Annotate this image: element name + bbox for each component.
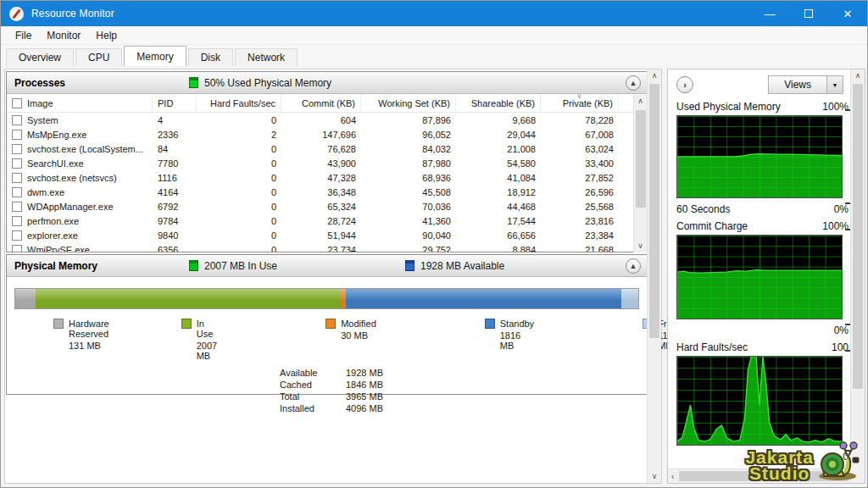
graph1-title: Used Physical Memory xyxy=(676,101,781,113)
legend-item-standby: Standby1816 MB xyxy=(485,319,534,361)
column-header-image[interactable]: Image xyxy=(7,94,153,112)
row-checkbox[interactable] xyxy=(12,245,22,252)
cell-shareable: 21,008 xyxy=(456,144,541,154)
scroll-down-icon[interactable]: ∨ xyxy=(648,470,661,483)
cell-image: dwm.exe xyxy=(7,187,153,197)
menu-item-help[interactable]: Help xyxy=(88,28,125,43)
bar-segment-hardware-reserved xyxy=(15,289,36,308)
sort-indicator-icon: ∨ xyxy=(577,92,582,100)
commit-charge-graph xyxy=(676,235,843,319)
views-label: Views xyxy=(769,76,826,93)
maximize-button[interactable] xyxy=(789,1,828,26)
cell-working_set: 41,360 xyxy=(361,216,456,226)
cell-image: WDAppManager.exe xyxy=(7,202,153,212)
close-button[interactable]: ✕ xyxy=(828,1,867,26)
row-checkbox[interactable] xyxy=(12,144,22,154)
used-memory-indicator-icon xyxy=(189,77,198,88)
cell-working_set: 68,936 xyxy=(361,173,456,183)
legend-text: Hardware Reserved131 MB xyxy=(69,319,109,361)
physical-memory-header[interactable]: Physical Memory 2007 MB In Use 1928 MB A… xyxy=(7,255,647,277)
scroll-up-icon[interactable]: ∧ xyxy=(648,69,661,82)
tab-disk[interactable]: Disk xyxy=(188,48,233,66)
row-checkbox[interactable] xyxy=(12,216,22,226)
minimize-button[interactable]: ― xyxy=(750,1,789,26)
tab-cpu[interactable]: CPU xyxy=(75,48,122,66)
row-checkbox[interactable] xyxy=(12,187,22,197)
processes-table-header: ImagePIDHard Faults/secCommit (KB)Workin… xyxy=(7,94,647,113)
chevron-down-icon[interactable]: ▼ xyxy=(826,76,843,93)
row-checkbox[interactable] xyxy=(12,158,22,169)
cell-hard_faults: 0 xyxy=(197,115,281,125)
row-checkbox[interactable] xyxy=(12,230,22,241)
cell-shareable: 66,656 xyxy=(456,230,541,241)
cell-hard_faults: 0 xyxy=(197,173,281,183)
graph2-title: Commit Charge xyxy=(676,220,748,232)
tab-network[interactable]: Network xyxy=(235,48,298,66)
scroll-up-icon[interactable]: ∧ xyxy=(634,95,647,108)
row-checkbox[interactable] xyxy=(12,115,22,125)
menu-item-file[interactable]: File xyxy=(8,28,39,43)
cell-working_set: 96,052 xyxy=(361,130,456,140)
table-row[interactable]: System4060487,8969,66878,228 xyxy=(7,113,647,127)
watermark-line2: Studio xyxy=(745,465,814,481)
graph2-min-label: 0% xyxy=(834,324,849,336)
processes-collapse-button[interactable]: ▲ xyxy=(626,75,641,91)
processes-scrollbar[interactable]: ∧ ∨ xyxy=(633,95,647,252)
table-row[interactable]: MsMpEng.exe23362147,69696,05229,04467,00… xyxy=(7,127,647,141)
row-checkbox[interactable] xyxy=(12,130,22,140)
views-button[interactable]: Views ▼ xyxy=(768,75,843,94)
table-row[interactable]: perfmon.exe9784028,72441,36017,54423,816 xyxy=(7,214,647,228)
title-bar: Resource Monitor ― ✕ xyxy=(1,1,867,26)
table-row[interactable]: svchost.exe (netsvcs)1116047,32868,93641… xyxy=(7,170,647,185)
physical-memory-title: Physical Memory xyxy=(14,260,97,272)
cell-working_set: 29,752 xyxy=(361,245,456,252)
sidebar-scrollbar[interactable]: ∧ xyxy=(850,69,865,483)
memory-stats: Available1928 MBCached1846 MBTotal3965 M… xyxy=(280,368,647,413)
cell-pid: 7780 xyxy=(153,158,197,169)
table-row[interactable]: WDAppManager.exe6792065,32470,03644,4682… xyxy=(7,199,647,214)
stat-value: 4096 MB xyxy=(346,403,383,413)
scroll-up-icon[interactable]: ∧ xyxy=(851,69,865,82)
cell-image: WmiPrvSE.exe xyxy=(7,245,153,252)
stat-row-available: Available1928 MB xyxy=(280,368,647,378)
cell-hard_faults: 0 xyxy=(197,230,281,241)
cell-private: 67,008 xyxy=(541,130,619,140)
table-row[interactable]: dwm.exe4164036,34845,50818,91226,596 xyxy=(7,185,647,199)
processes-status-text: 50% Used Physical Memory xyxy=(204,77,331,89)
expand-panel-button[interactable]: › xyxy=(676,76,693,93)
row-checkbox[interactable] xyxy=(12,202,22,212)
column-header-commit[interactable]: Commit (KB) xyxy=(281,94,361,112)
column-header-private[interactable]: Private (KB)∨ xyxy=(541,94,619,112)
scroll-left-icon[interactable]: ‹ xyxy=(668,472,677,481)
processes-header[interactable]: Processes 50% Used Physical Memory ▲ xyxy=(7,72,647,94)
legend-color-icon xyxy=(181,319,192,329)
table-row[interactable]: explorer.exe9840051,94490,04066,65623,38… xyxy=(7,228,647,242)
column-header-working_set[interactable]: Working Set (KB) xyxy=(361,94,456,112)
table-row[interactable]: SearchUI.exe7780043,90087,98054,58033,40… xyxy=(7,156,647,170)
cell-shareable: 8,884 xyxy=(456,245,541,252)
column-header-hard_faults[interactable]: Hard Faults/sec xyxy=(197,94,281,112)
main-scrollbar[interactable]: ∧ ∨ xyxy=(647,69,661,483)
menu-item-monitor[interactable]: Monitor xyxy=(39,28,88,43)
cell-image: System xyxy=(7,115,153,125)
column-header-shareable[interactable]: Shareable (KB) xyxy=(456,94,541,112)
cell-pid: 6792 xyxy=(153,202,197,212)
legend-text: Standby1816 MB xyxy=(500,319,534,361)
row-checkbox[interactable] xyxy=(12,173,22,183)
cell-private: 25,568 xyxy=(541,202,619,212)
tab-overview[interactable]: Overview xyxy=(6,48,74,66)
cell-hard_faults: 0 xyxy=(197,144,281,154)
watermark: Jakarta Studio xyxy=(745,437,860,481)
cell-hard_faults: 0 xyxy=(197,187,281,197)
tab-bar: OverviewCPUMemoryDiskNetwork xyxy=(1,45,867,66)
select-all-checkbox[interactable] xyxy=(12,98,22,108)
physical-memory-collapse-button[interactable]: ▲ xyxy=(626,258,641,274)
scroll-down-icon[interactable]: ∨ xyxy=(634,240,647,252)
tab-memory[interactable]: Memory xyxy=(124,46,186,66)
table-row[interactable]: svchost.exe (LocalSystem...84076,62884,0… xyxy=(7,141,647,156)
stat-value: 3965 MB xyxy=(346,391,383,402)
legend-text: In Use2007 MB xyxy=(197,319,217,361)
table-row[interactable]: WmiPrvSE.exe6356023,73429,7528,88421,668 xyxy=(7,242,647,252)
column-header-pid[interactable]: PID xyxy=(153,94,197,112)
cell-hard_faults: 0 xyxy=(197,158,281,169)
